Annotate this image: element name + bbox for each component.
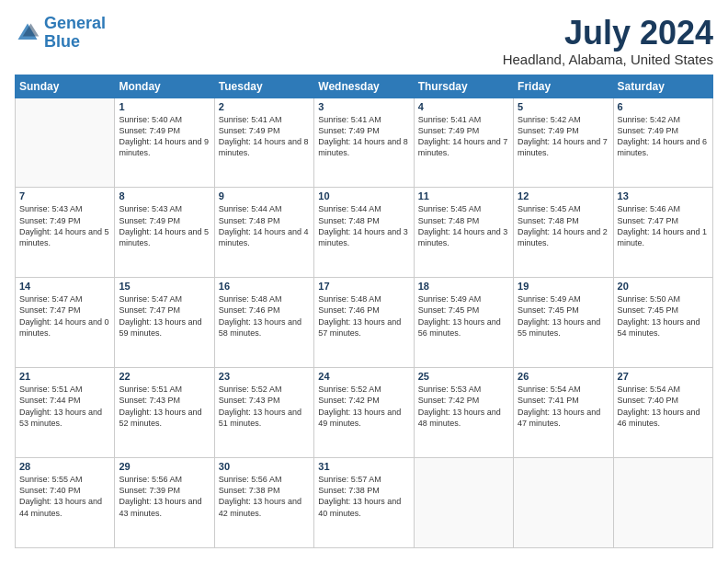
calendar-cell: 27Sunrise: 5:54 AM Sunset: 7:40 PM Dayli…: [613, 368, 712, 458]
day-number: 3: [318, 101, 409, 112]
day-info: Sunrise: 5:42 AM Sunset: 7:49 PM Dayligh…: [518, 114, 609, 159]
day-number: 7: [19, 190, 110, 201]
day-number: 31: [318, 461, 409, 472]
calendar-cell: 18Sunrise: 5:49 AM Sunset: 7:45 PM Dayli…: [414, 278, 513, 368]
calendar-cell: 10Sunrise: 5:44 AM Sunset: 7:48 PM Dayli…: [314, 188, 414, 278]
day-number: 13: [618, 190, 709, 201]
page: General Blue July 2024 Headland, Alabama…: [0, 0, 728, 563]
day-number: 28: [19, 461, 110, 472]
day-info: Sunrise: 5:45 AM Sunset: 7:48 PM Dayligh…: [518, 203, 609, 248]
calendar-cell: 2Sunrise: 5:41 AM Sunset: 7:49 PM Daylig…: [214, 98, 313, 188]
calendar-cell: 9Sunrise: 5:44 AM Sunset: 7:48 PM Daylig…: [214, 188, 313, 278]
day-info: Sunrise: 5:47 AM Sunset: 7:47 PM Dayligh…: [119, 293, 210, 339]
col-tuesday: Tuesday: [214, 75, 313, 98]
day-info: Sunrise: 5:47 AM Sunset: 7:47 PM Dayligh…: [19, 293, 110, 339]
day-info: Sunrise: 5:41 AM Sunset: 7:49 PM Dayligh…: [318, 114, 409, 159]
day-info: Sunrise: 5:53 AM Sunset: 7:42 PM Dayligh…: [418, 384, 509, 429]
day-info: Sunrise: 5:54 AM Sunset: 7:40 PM Dayligh…: [618, 384, 709, 429]
day-info: Sunrise: 5:44 AM Sunset: 7:48 PM Dayligh…: [318, 203, 409, 248]
col-wednesday: Wednesday: [314, 75, 414, 98]
day-number: 11: [418, 190, 509, 201]
logo-icon: [15, 20, 40, 46]
calendar-cell: 17Sunrise: 5:48 AM Sunset: 7:46 PM Dayli…: [314, 278, 414, 368]
calendar-row-2: 7Sunrise: 5:43 AM Sunset: 7:49 PM Daylig…: [16, 188, 713, 278]
calendar-cell: 3Sunrise: 5:41 AM Sunset: 7:49 PM Daylig…: [314, 98, 414, 188]
day-number: 23: [219, 371, 310, 382]
calendar-row-3: 14Sunrise: 5:47 AM Sunset: 7:47 PM Dayli…: [16, 278, 713, 368]
calendar-cell: 28Sunrise: 5:55 AM Sunset: 7:40 PM Dayli…: [16, 458, 115, 548]
calendar-cell: 25Sunrise: 5:53 AM Sunset: 7:42 PM Dayli…: [414, 368, 513, 458]
day-info: Sunrise: 5:42 AM Sunset: 7:49 PM Dayligh…: [618, 114, 709, 159]
day-number: 21: [19, 371, 110, 382]
day-info: Sunrise: 5:44 AM Sunset: 7:48 PM Dayligh…: [219, 203, 310, 248]
calendar-cell: 14Sunrise: 5:47 AM Sunset: 7:47 PM Dayli…: [16, 278, 115, 368]
title-block: July 2024 Headland, Alabama, United Stat…: [503, 15, 713, 67]
day-info: Sunrise: 5:48 AM Sunset: 7:46 PM Dayligh…: [318, 293, 409, 339]
day-info: Sunrise: 5:45 AM Sunset: 7:48 PM Dayligh…: [418, 203, 509, 248]
day-info: Sunrise: 5:46 AM Sunset: 7:47 PM Dayligh…: [618, 203, 709, 248]
calendar-cell: 8Sunrise: 5:43 AM Sunset: 7:49 PM Daylig…: [115, 188, 214, 278]
day-number: 22: [119, 371, 210, 382]
calendar-cell: 31Sunrise: 5:57 AM Sunset: 7:38 PM Dayli…: [314, 458, 414, 548]
day-number: 24: [318, 371, 409, 382]
calendar-cell: [613, 458, 712, 548]
day-number: 14: [19, 281, 110, 292]
calendar-row-5: 28Sunrise: 5:55 AM Sunset: 7:40 PM Dayli…: [16, 458, 713, 548]
day-info: Sunrise: 5:57 AM Sunset: 7:38 PM Dayligh…: [318, 474, 409, 519]
day-number: 12: [518, 190, 609, 201]
header: General Blue July 2024 Headland, Alabama…: [15, 15, 713, 67]
day-number: 4: [418, 101, 509, 112]
calendar-cell: 24Sunrise: 5:52 AM Sunset: 7:42 PM Dayli…: [314, 368, 414, 458]
calendar-cell: 20Sunrise: 5:50 AM Sunset: 7:45 PM Dayli…: [613, 278, 712, 368]
day-number: 27: [618, 371, 709, 382]
calendar-cell: 16Sunrise: 5:48 AM Sunset: 7:46 PM Dayli…: [214, 278, 313, 368]
day-info: Sunrise: 5:48 AM Sunset: 7:46 PM Dayligh…: [219, 293, 310, 339]
day-number: 18: [418, 281, 509, 292]
day-info: Sunrise: 5:55 AM Sunset: 7:40 PM Dayligh…: [19, 474, 110, 519]
calendar-cell: 6Sunrise: 5:42 AM Sunset: 7:49 PM Daylig…: [613, 98, 712, 188]
calendar-cell: 21Sunrise: 5:51 AM Sunset: 7:44 PM Dayli…: [16, 368, 115, 458]
day-number: 5: [518, 101, 609, 112]
calendar-cell: 12Sunrise: 5:45 AM Sunset: 7:48 PM Dayli…: [514, 188, 613, 278]
day-info: Sunrise: 5:56 AM Sunset: 7:38 PM Dayligh…: [219, 474, 310, 519]
day-info: Sunrise: 5:41 AM Sunset: 7:49 PM Dayligh…: [219, 114, 310, 159]
day-number: 29: [119, 461, 210, 472]
logo: General Blue: [15, 15, 106, 52]
day-info: Sunrise: 5:51 AM Sunset: 7:43 PM Dayligh…: [119, 384, 210, 429]
day-number: 25: [418, 371, 509, 382]
day-info: Sunrise: 5:50 AM Sunset: 7:45 PM Dayligh…: [618, 293, 709, 339]
calendar-cell: 29Sunrise: 5:56 AM Sunset: 7:39 PM Dayli…: [115, 458, 214, 548]
col-saturday: Saturday: [613, 75, 712, 98]
calendar-cell: 19Sunrise: 5:49 AM Sunset: 7:45 PM Dayli…: [514, 278, 613, 368]
calendar-cell: 26Sunrise: 5:54 AM Sunset: 7:41 PM Dayli…: [514, 368, 613, 458]
day-info: Sunrise: 5:51 AM Sunset: 7:44 PM Dayligh…: [19, 384, 110, 429]
col-friday: Friday: [514, 75, 613, 98]
day-number: 20: [618, 281, 709, 292]
day-number: 30: [219, 461, 310, 472]
day-number: 26: [518, 371, 609, 382]
day-number: 19: [518, 281, 609, 292]
calendar-table: Sunday Monday Tuesday Wednesday Thursday…: [15, 75, 713, 548]
col-monday: Monday: [115, 75, 214, 98]
subtitle: Headland, Alabama, United States: [503, 52, 713, 67]
day-number: 9: [219, 190, 310, 201]
main-title: July 2024: [503, 15, 713, 52]
calendar-cell: 11Sunrise: 5:45 AM Sunset: 7:48 PM Dayli…: [414, 188, 513, 278]
logo-text: General Blue: [44, 15, 106, 52]
day-info: Sunrise: 5:49 AM Sunset: 7:45 PM Dayligh…: [518, 293, 609, 339]
calendar-cell: 22Sunrise: 5:51 AM Sunset: 7:43 PM Dayli…: [115, 368, 214, 458]
calendar-cell: 1Sunrise: 5:40 AM Sunset: 7:49 PM Daylig…: [115, 98, 214, 188]
calendar-cell: 4Sunrise: 5:41 AM Sunset: 7:49 PM Daylig…: [414, 98, 513, 188]
calendar-header-row: Sunday Monday Tuesday Wednesday Thursday…: [16, 75, 713, 98]
day-number: 8: [119, 190, 210, 201]
day-info: Sunrise: 5:40 AM Sunset: 7:49 PM Dayligh…: [119, 114, 210, 159]
calendar-cell: 23Sunrise: 5:52 AM Sunset: 7:43 PM Dayli…: [214, 368, 313, 458]
day-number: 15: [119, 281, 210, 292]
day-info: Sunrise: 5:56 AM Sunset: 7:39 PM Dayligh…: [119, 474, 210, 519]
day-number: 17: [318, 281, 409, 292]
calendar-cell: [514, 458, 613, 548]
calendar-cell: 7Sunrise: 5:43 AM Sunset: 7:49 PM Daylig…: [16, 188, 115, 278]
col-sunday: Sunday: [16, 75, 115, 98]
calendar-row-4: 21Sunrise: 5:51 AM Sunset: 7:44 PM Dayli…: [16, 368, 713, 458]
day-info: Sunrise: 5:49 AM Sunset: 7:45 PM Dayligh…: [418, 293, 509, 339]
